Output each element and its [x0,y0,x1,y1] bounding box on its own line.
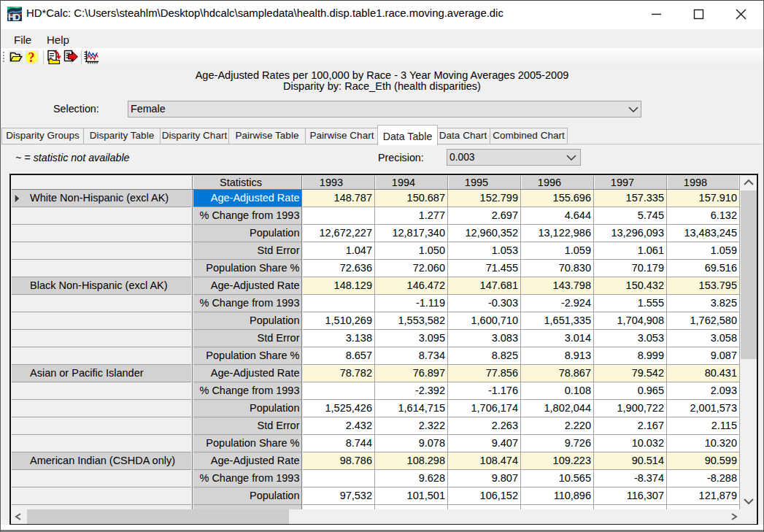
svg-text:?: ? [28,50,35,65]
svg-text:HD: HD [8,12,20,21]
